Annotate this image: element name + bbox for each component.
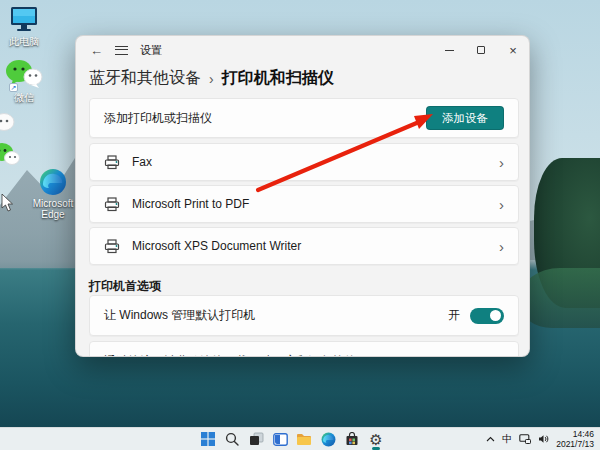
default-printer-toggle[interactable] bbox=[470, 308, 504, 324]
desktop-icon-edge[interactable]: Microsoft Edge bbox=[24, 168, 82, 220]
partial-wechat-icon[interactable] bbox=[0, 142, 20, 166]
folder-icon bbox=[296, 433, 312, 446]
toggle-state-label: 开 bbox=[448, 307, 460, 324]
printer-row-xps[interactable]: Microsoft XPS Document Writer › bbox=[89, 227, 519, 265]
settings-window: ← 设置 × 蓝牙和其他设备 › 打印机和扫描仪 添加打印机或扫描仪 添加设备 … bbox=[75, 35, 530, 357]
desktop-icon-this-pc[interactable]: 此电脑 bbox=[0, 6, 48, 47]
breadcrumb-separator: › bbox=[209, 71, 214, 87]
titlebar[interactable]: ← 设置 × bbox=[76, 36, 529, 64]
metered-connection-row[interactable]: 通过按流量计费的连接下载驱动程序和设备软件 bbox=[89, 341, 519, 357]
chevron-up-icon bbox=[486, 436, 495, 442]
edge-icon bbox=[39, 168, 67, 196]
speaker-icon bbox=[538, 434, 549, 444]
breadcrumb: 蓝牙和其他设备 › 打印机和扫描仪 bbox=[89, 68, 334, 89]
close-button[interactable]: × bbox=[497, 36, 529, 64]
hamburger-menu-icon[interactable] bbox=[115, 46, 128, 55]
toggle-knob bbox=[490, 310, 501, 321]
this-pc-icon bbox=[8, 6, 40, 34]
desktop-icon-label: Microsoft Edge bbox=[24, 198, 82, 220]
close-icon: × bbox=[509, 44, 517, 57]
maximize-icon bbox=[477, 46, 485, 54]
desktop-icon-label: 微信 bbox=[14, 92, 34, 103]
back-button[interactable]: ← bbox=[90, 44, 103, 57]
store-button[interactable] bbox=[340, 428, 364, 450]
windows-logo-icon bbox=[201, 432, 215, 446]
minimize-icon bbox=[445, 50, 454, 51]
printer-icon bbox=[104, 155, 120, 170]
task-view-icon bbox=[249, 432, 264, 446]
start-button[interactable] bbox=[196, 428, 220, 450]
printer-name: Microsoft XPS Document Writer bbox=[132, 239, 301, 253]
mouse-cursor bbox=[1, 194, 14, 212]
taskbar: ⚙ 中 14:46 2021/7/13 bbox=[0, 427, 600, 450]
search-button[interactable] bbox=[220, 428, 244, 450]
printer-name: Fax bbox=[132, 155, 152, 169]
widgets-icon bbox=[273, 433, 288, 446]
widgets-button[interactable] bbox=[268, 428, 292, 450]
add-printer-label: 添加打印机或扫描仪 bbox=[104, 110, 212, 127]
section-title: 打印机首选项 bbox=[89, 278, 161, 295]
page-title: 打印机和扫描仪 bbox=[222, 68, 334, 89]
ime-indicator[interactable]: 中 bbox=[502, 432, 512, 446]
default-printer-row: 让 Windows 管理默认打印机 开 bbox=[89, 295, 519, 336]
volume-icon[interactable] bbox=[538, 434, 549, 444]
minimize-button[interactable] bbox=[433, 36, 465, 64]
chevron-right-icon: › bbox=[499, 197, 504, 212]
chevron-right-icon: › bbox=[499, 239, 504, 254]
partial-bubble-icon[interactable] bbox=[0, 112, 16, 132]
search-icon bbox=[225, 432, 239, 446]
network-icon[interactable] bbox=[519, 434, 531, 444]
breadcrumb-parent[interactable]: 蓝牙和其他设备 bbox=[89, 68, 201, 89]
taskbar-center-icons: ⚙ bbox=[196, 428, 388, 450]
desktop-icon-wechat[interactable]: ↗ 微信 bbox=[0, 58, 48, 103]
task-view-button[interactable] bbox=[244, 428, 268, 450]
metered-connection-label: 通过按流量计费的连接下载驱动程序和设备软件 bbox=[104, 353, 356, 357]
shore-right bbox=[520, 268, 600, 328]
add-printer-row: 添加打印机或扫描仪 添加设备 bbox=[89, 98, 519, 138]
window-title: 设置 bbox=[140, 43, 162, 58]
desktop-icon-label: 此电脑 bbox=[9, 36, 39, 47]
display-network-icon bbox=[519, 434, 531, 444]
printer-name: Microsoft Print to PDF bbox=[132, 197, 249, 211]
maximize-button[interactable] bbox=[465, 36, 497, 64]
file-explorer-button[interactable] bbox=[292, 428, 316, 450]
printer-icon bbox=[104, 239, 120, 254]
shortcut-arrow-icon: ↗ bbox=[9, 83, 18, 92]
chevron-right-icon: › bbox=[499, 155, 504, 170]
tray-date: 2021/7/13 bbox=[556, 439, 594, 449]
default-printer-label: 让 Windows 管理默认打印机 bbox=[104, 307, 255, 324]
settings-button[interactable]: ⚙ bbox=[364, 428, 388, 450]
edge-icon bbox=[321, 432, 336, 447]
edge-button[interactable] bbox=[316, 428, 340, 450]
printer-row-fax[interactable]: Fax › bbox=[89, 143, 519, 181]
gear-icon: ⚙ bbox=[369, 432, 382, 447]
desktop: { "desktop": { "icons": { "this_pc": { "… bbox=[0, 0, 600, 450]
printer-icon bbox=[104, 197, 120, 212]
printer-row-pdf[interactable]: Microsoft Print to PDF › bbox=[89, 185, 519, 223]
system-tray: 中 14:46 2021/7/13 bbox=[486, 428, 596, 450]
store-icon bbox=[345, 432, 359, 446]
tray-overflow-button[interactable] bbox=[486, 436, 495, 442]
tray-time: 14:46 bbox=[573, 429, 594, 439]
taskbar-clock[interactable]: 14:46 2021/7/13 bbox=[556, 429, 596, 449]
add-device-button[interactable]: 添加设备 bbox=[426, 106, 504, 130]
